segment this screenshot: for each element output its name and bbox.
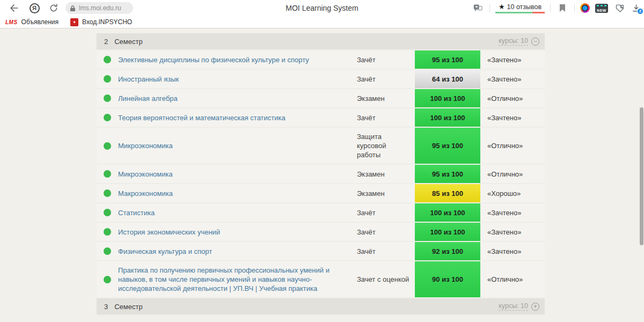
grade-text: «Зачтено» (480, 209, 521, 217)
bookmark-label: Вход.INPSYCHO (82, 18, 132, 26)
course-name-link[interactable]: История экономических учений (118, 223, 357, 241)
status-dot-cell (97, 242, 118, 260)
collections-tag-icon[interactable] (613, 2, 626, 14)
assessment-type: Зачёт (357, 204, 415, 222)
course-row: Макроэкономика Экзамен 85 из 100 «Хорошо… (97, 184, 545, 203)
divider (550, 4, 551, 12)
browser-toolbar: Я lms.moi.edu.ru MOI Learning System ★ 1… (0, 0, 644, 16)
status-dot-cell (97, 50, 118, 69)
course-name-link[interactable]: Элективные дисциплины по физической куль… (118, 51, 357, 69)
extension-new-icon[interactable]: NEW (595, 4, 608, 13)
score-text: 100 из 100 (430, 209, 465, 217)
scrollbar-track[interactable] (637, 29, 644, 322)
reviews-widget[interactable]: ★ 10 отзывов (495, 3, 545, 13)
courses-count-link[interactable]: курсы: 10 (499, 37, 528, 46)
course-status-dot-icon (104, 56, 111, 63)
grade-text: «Зачтено» (480, 56, 521, 64)
course-name-link[interactable]: Статистика (118, 204, 357, 222)
score-badge: 95 из 100 (415, 165, 480, 183)
status-dot-cell (97, 128, 118, 164)
semester-number: 2 (104, 38, 108, 46)
course-status-dot-icon (104, 114, 111, 121)
downloads-icon[interactable]: 2 (632, 4, 641, 13)
course-status-dot-icon (104, 189, 111, 197)
scrollbar-thumb[interactable] (640, 107, 643, 245)
status-dot-cell (97, 89, 118, 107)
bookmark-item-inpsycho[interactable]: ✦ Вход.INPSYCHO (70, 18, 132, 26)
course-row: История экономических учений Зачёт 100 и… (97, 223, 545, 242)
status-dot-cell (97, 203, 118, 222)
course-name-link[interactable]: Микроэкономика (118, 165, 357, 183)
site-reviews-bubbles-icon[interactable] (471, 2, 484, 14)
score-badge: 100 из 100 (415, 108, 480, 127)
courses-count-link[interactable]: курсы: 10 (499, 302, 528, 311)
score-text: 90 из 100 (432, 275, 463, 283)
grade-text: «Зачтено» (480, 114, 521, 122)
course-name-link[interactable]: Макроэкономика (118, 185, 357, 202)
status-dot-cell (97, 223, 118, 241)
reviews-count-label: 10 отзывов (507, 3, 542, 11)
score-text: 100 из 100 (430, 94, 465, 103)
course-name-link[interactable]: Микроэкономика (118, 137, 357, 155)
bookmark-item-announcements[interactable]: LMS Объявления (5, 18, 58, 26)
score-text: 85 из 100 (432, 189, 463, 197)
course-name-link[interactable]: Линейная алгебра (118, 90, 357, 107)
course-status-dot-icon (104, 228, 111, 236)
download-count-badge: 2 (637, 8, 643, 14)
course-name-link[interactable]: Теория вероятностей и математическая ста… (118, 109, 357, 127)
grade-text: «Отлично» (480, 94, 523, 103)
course-row: Статистика Зачёт 100 из 100 «Зачтено» (97, 203, 545, 223)
course-name-link[interactable]: Практика по получению первичных професси… (118, 261, 357, 297)
inpsycho-favicon: ✦ (70, 18, 78, 26)
yandex-icon[interactable]: Я (28, 2, 41, 14)
assessment-type: Зачет с оценкой (357, 270, 415, 288)
grades-table: 2 Семестр курсы: 10 − Элективные дисципл… (97, 33, 545, 316)
grade-text: «Отлично» (480, 170, 523, 178)
assessment-type: Зачёт (357, 223, 415, 241)
score-badge: 92 из 100 (415, 242, 480, 260)
star-icon: ★ (499, 3, 505, 11)
course-status-dot-icon (104, 75, 111, 83)
assessment-type: Экзамен (357, 185, 415, 202)
assessment-type: Защита курсовой работы (357, 128, 415, 164)
assessment-type: Экзамен (357, 90, 415, 107)
score-text: 95 из 100 (432, 142, 463, 150)
course-name-link[interactable]: Физическая культура и спорт (118, 243, 357, 260)
score-text: 100 из 100 (430, 114, 465, 122)
assessment-type: Зачёт (357, 109, 415, 127)
bookmark-flag-icon[interactable] (556, 2, 569, 14)
semester-label: Семестр (114, 303, 142, 311)
refresh-icon[interactable] (47, 2, 60, 14)
score-badge: 85 из 100 (415, 184, 480, 202)
grade-text: «Отлично» (480, 142, 523, 150)
course-status-dot-icon (104, 94, 111, 102)
semester-3-header: 3 Семестр курсы: 10 + (97, 298, 545, 316)
course-row: Физическая культура и спорт Зачёт 92 из … (97, 242, 545, 261)
grade-text: «Хорошо» (480, 189, 521, 197)
collapse-minus-icon[interactable]: − (531, 38, 539, 46)
score-text: 64 из 100 (432, 75, 463, 83)
grade-text: «Зачтено» (480, 75, 521, 83)
grade-text: «Отлично» (480, 275, 523, 283)
extension-browser-logo-icon[interactable] (580, 3, 590, 13)
expand-plus-icon[interactable]: + (531, 303, 539, 311)
course-row: Иностранный язык Зачёт 64 из 100 «Зачтен… (97, 70, 545, 89)
status-dot-cell (97, 184, 118, 202)
course-status-dot-icon (104, 247, 111, 255)
address-bar[interactable]: lms.moi.edu.ru (65, 2, 133, 14)
assessment-type: Зачёт (357, 243, 415, 260)
score-text: 95 из 100 (432, 56, 463, 64)
score-badge: 100 из 100 (415, 203, 480, 222)
bookmark-label: Объявления (21, 18, 58, 26)
course-row: Теория вероятностей и математическая ста… (97, 108, 545, 128)
course-name-link[interactable]: Иностранный язык (118, 70, 357, 88)
divider (489, 4, 490, 12)
back-icon[interactable] (8, 2, 20, 14)
course-row: Микроэкономика Экзамен 95 из 100 «Отличн… (97, 165, 545, 184)
grade-text: «Зачтено» (480, 247, 521, 255)
semester-number: 3 (104, 303, 108, 311)
url-text: lms.moi.edu.ru (79, 4, 121, 12)
score-text: 100 из 100 (430, 228, 465, 236)
status-dot-cell (97, 70, 118, 88)
score-badge: 95 из 100 (415, 128, 480, 164)
